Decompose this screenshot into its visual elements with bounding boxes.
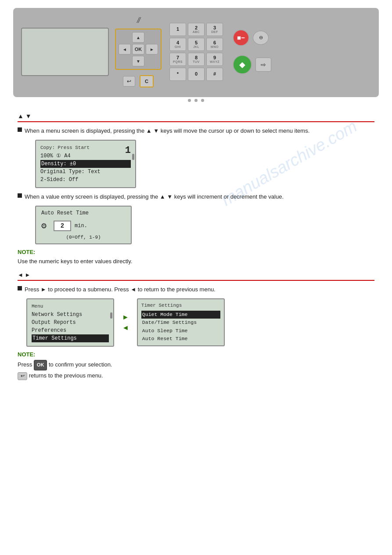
dot-2 xyxy=(194,99,198,102)
clear-button[interactable]: C xyxy=(140,75,154,87)
updown-text2: When a value entry screen is displayed, … xyxy=(25,192,284,201)
extra-button-bottom[interactable]: ⇨ xyxy=(255,58,271,72)
numpad: 1 2ABC 3DEF 4GHI 5JKL 6MNO 7PQRS 8TUV 9W… xyxy=(169,23,223,81)
reset-icon: ⚙ xyxy=(41,220,47,231)
slash-icon: // xyxy=(137,16,140,25)
num-2[interactable]: 2ABC xyxy=(188,23,205,36)
dot-3 xyxy=(201,99,204,102)
num-8[interactable]: 8TUV xyxy=(188,53,205,66)
lcd-menu-item-4-selected: Timer Settings xyxy=(32,334,109,342)
lcd-timer-item-1-selected: Quiet Mode Time xyxy=(141,311,220,319)
up-button[interactable]: ▲ xyxy=(132,32,144,43)
lcd-timer-title: Timer Settings xyxy=(141,302,220,310)
updown-text1: When a menu screen is displayed, pressin… xyxy=(25,127,309,135)
two-lcd-row: Menu Network Settings Output Reports Pre… xyxy=(26,298,374,347)
down-button[interactable]: ▼ xyxy=(132,56,144,66)
note2-text2: to confirm your selection. xyxy=(49,361,112,368)
note2-label: NOTE: xyxy=(18,351,374,358)
ok-badge: OK xyxy=(34,360,47,370)
lcd-copy-screen: Copy: Press Start 100% ① A4 Density: ±0 … xyxy=(35,140,136,189)
num-4[interactable]: 4GHI xyxy=(169,38,186,51)
reset-value-box: 2 xyxy=(54,221,71,231)
reset-range: (0=Off, 1-9) xyxy=(41,235,126,240)
lcd-timer-screen: Timer Settings Quiet Mode Time Date/Time… xyxy=(137,298,225,346)
bullet-3 xyxy=(18,286,22,290)
lr-text1: Press ► to proceed to a submenu. Press ◄… xyxy=(25,285,216,294)
reset-value-row: 2 min. xyxy=(54,221,87,231)
lcd-timer-item-3: Auto Sleep Time xyxy=(141,327,220,335)
back-icon-inline: ↩ xyxy=(18,372,27,380)
content-area: ▲ ▼ When a menu screen is displayed, pre… xyxy=(0,102,392,389)
left-button[interactable]: ◄ xyxy=(119,44,131,54)
num-hash[interactable]: # xyxy=(206,68,223,81)
nav-cluster: ▲ ◄ OK ► ▼ xyxy=(115,29,162,70)
printer-screen xyxy=(21,28,109,76)
arrow-between: ► ◄ xyxy=(122,313,129,332)
panel-dots xyxy=(0,99,392,102)
menu-scrollbar xyxy=(110,312,112,319)
lcd-auto-reset-screen: Auto Reset Time ⚙ 2 min. (0=Off, 1-9) xyxy=(35,206,132,244)
num-0[interactable]: 0 xyxy=(188,68,205,81)
bullet-1 xyxy=(18,127,22,132)
lcd-copy-row4: Original Type: Text xyxy=(40,168,131,176)
num-9[interactable]: 9WXYZ xyxy=(206,53,223,66)
num-star[interactable]: * xyxy=(169,68,186,81)
num-3[interactable]: 3DEF xyxy=(206,23,223,36)
lcd-copy-num: 1 xyxy=(125,143,131,158)
ok-button[interactable]: OK xyxy=(132,44,144,54)
lcd-copy-row2: 100% ① A4 xyxy=(40,152,131,160)
lcd-timer-item-4: Auto Reset Time xyxy=(141,335,220,343)
printer-panel: // ▲ ◄ OK ► ▼ ↩ C 1 2ABC 3DEF 4GHI 5JKL … xyxy=(13,8,379,97)
updown-para1: When a menu screen is displayed, pressin… xyxy=(18,127,374,135)
lcd-auto-reset-container: Auto Reset Time ⚙ 2 min. (0=Off, 1-9) xyxy=(35,206,374,244)
start-button[interactable]: ◆ xyxy=(233,55,252,74)
num-1[interactable]: 1 xyxy=(169,23,186,36)
lcd-menu-item-1: Network Settings xyxy=(32,311,109,319)
lcd-reset-title: Auto Reset Time xyxy=(41,210,126,216)
note2-text3: returns to the previous menu. xyxy=(29,372,103,379)
left-arrow-icon: ◄ xyxy=(122,324,129,332)
section-leftright-title: ◄ ► xyxy=(18,272,374,281)
leftright-arrows-icon: ◄ ► xyxy=(18,272,30,278)
updown-arrows-icon: ▲ ▼ xyxy=(18,112,32,120)
num-7[interactable]: 7PQRS xyxy=(169,53,186,66)
lcd-menu-item-3: Preferences xyxy=(32,326,109,334)
reset-unit: min. xyxy=(75,223,87,229)
lr-para1: Press ► to proceed to a submenu. Press ◄… xyxy=(18,285,374,294)
note2-text: Press OK to confirm your selection. ↩ re… xyxy=(18,359,374,381)
panel-right-buttons: ■− ⊖ ◆ ⇨ xyxy=(233,29,271,74)
lcd-menu-screen: Menu Network Settings Output Reports Pre… xyxy=(26,298,114,347)
dot-1 xyxy=(188,99,191,102)
updown-para2: When a value entry screen is displayed, … xyxy=(18,192,374,201)
bullet-2 xyxy=(18,193,22,198)
section-updown-title: ▲ ▼ xyxy=(18,112,374,122)
right-button[interactable]: ► xyxy=(146,44,158,54)
bottom-row: ↩ C xyxy=(123,75,154,87)
lcd-timer-item-2: Date/Time Settings xyxy=(141,319,220,326)
scrollbar xyxy=(132,154,134,160)
note1-label: NOTE: xyxy=(18,249,374,255)
num-5[interactable]: 5JKL xyxy=(188,38,205,51)
stop-button[interactable]: ■− xyxy=(233,29,249,46)
lcd-copy-title: Copy: Press Start xyxy=(40,144,131,152)
note2-back-icon: ↩ xyxy=(18,372,29,379)
back-button[interactable]: ↩ xyxy=(123,76,135,87)
note1-text: Use the numeric keys to enter values dir… xyxy=(18,257,374,266)
lcd-menu-item-2: Output Reports xyxy=(32,319,109,326)
num-6[interactable]: 6MNO xyxy=(206,38,223,51)
lcd-copy-row5: 2-Sided: Off xyxy=(40,176,131,184)
panel-middle: // ▲ ◄ OK ► ▼ ↩ C xyxy=(115,16,162,87)
lcd-copy-row3-selected: Density: ±0 xyxy=(40,160,131,168)
lcd-menu-title: Menu xyxy=(32,303,109,310)
lcd-copy-container: Copy: Press Start 100% ① A4 Density: ±0 … xyxy=(35,140,374,189)
extra-button-top[interactable]: ⊖ xyxy=(253,31,269,45)
right-arrow-icon: ► xyxy=(122,313,129,321)
note2-text1: Press xyxy=(18,361,34,368)
